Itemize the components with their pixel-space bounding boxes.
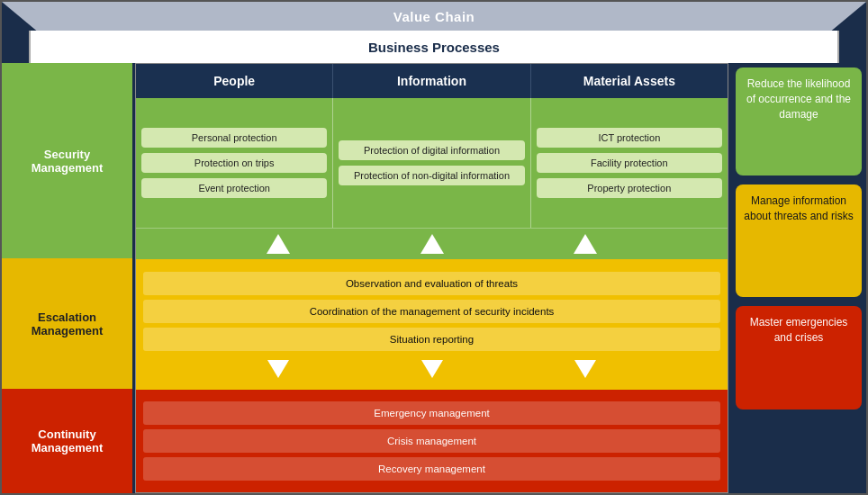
info-item-1: Protection of non-digital information [339, 166, 524, 185]
business-processes-bar: Business Processes [29, 31, 839, 63]
material-item-0: ICT protection [537, 128, 722, 148]
column-headers: People Information Material Assets [136, 64, 728, 98]
down-arrows-row [136, 356, 728, 382]
col-header-people: People [136, 64, 333, 98]
people-item-0: Personal protection [141, 128, 327, 148]
arrow-down-2 [421, 360, 443, 378]
right-badge-yellow: Manage information about threats and ris… [736, 184, 862, 297]
left-sidebar: Security Management Escalation Managemen… [2, 63, 132, 493]
value-chain-label: Value Chain [393, 9, 475, 24]
arrow-down-3 [574, 360, 596, 378]
people-col: Personal protection Protection on trips … [136, 98, 333, 228]
arrow-down-1 [267, 360, 289, 378]
escalation-rows: Observation and evaluation of threats Co… [136, 267, 728, 356]
escalation-row-0: Observation and evaluation of threats [143, 272, 720, 295]
right-badges: Reduce the likelihood of occurrence and … [731, 63, 866, 493]
col-header-information: Information [333, 64, 530, 98]
people-item-2: Event protection [141, 178, 327, 198]
continuity-management-label: Continuity Management [2, 389, 132, 493]
continuity-section: Emergency management Crisis management R… [136, 390, 728, 492]
value-chain-bar: Value Chain [2, 2, 866, 31]
escalation-row-1: Coordination of the management of securi… [143, 300, 720, 323]
right-badge-red: Master emergencies and crises [736, 306, 862, 410]
arrow-up-1 [267, 234, 290, 254]
center-content: People Information Material Assets Perso… [135, 63, 728, 493]
escalation-management-label: Escalation Management [2, 258, 132, 389]
escalation-section: Observation and evaluation of threats Co… [136, 259, 728, 390]
material-col: ICT protection Facility protection Prope… [531, 98, 728, 228]
security-section: People Information Material Assets Perso… [136, 64, 728, 259]
people-item-1: Protection on trips [141, 153, 327, 173]
security-management-label: Security Management [2, 63, 132, 258]
material-item-2: Property protection [537, 178, 722, 198]
main-layout: Security Management Escalation Managemen… [2, 63, 866, 493]
up-arrows-row [136, 228, 728, 259]
continuity-row-2: Recovery management [143, 457, 720, 481]
col-header-material: Material Assets [531, 64, 728, 98]
information-col: Protection of digital information Protec… [333, 98, 530, 228]
continuity-row-1: Crisis management [143, 429, 720, 453]
continuity-row-0: Emergency management [143, 401, 720, 425]
arrow-up-2 [420, 234, 444, 254]
security-data-row: Personal protection Protection on trips … [136, 98, 728, 228]
escalation-row-2: Situation reporting [143, 328, 720, 351]
arrow-up-3 [574, 234, 597, 254]
right-badge-green: Reduce the likelihood of occurrence and … [736, 68, 862, 176]
info-item-0: Protection of digital information [339, 140, 524, 160]
continuity-rows: Emergency management Crisis management R… [136, 397, 728, 485]
material-item-1: Facility protection [537, 153, 722, 173]
diagram-container: Value Chain Business Processes Security … [0, 0, 868, 495]
business-processes-label: Business Processes [368, 40, 500, 55]
